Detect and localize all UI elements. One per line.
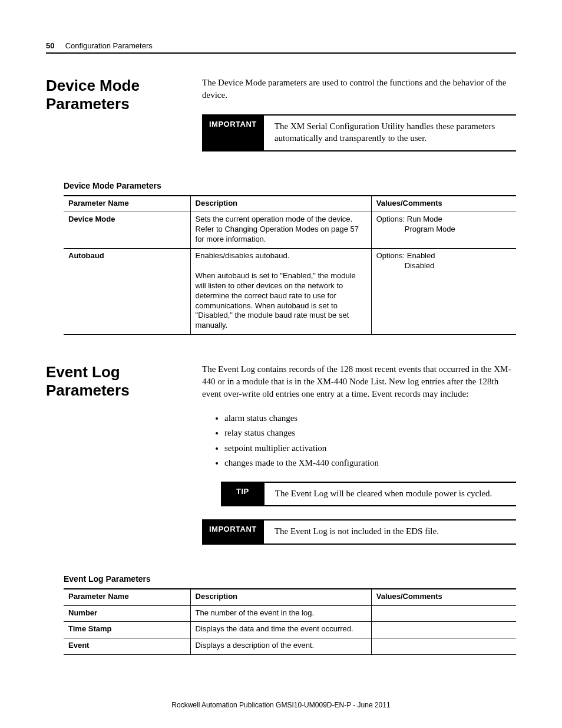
param-name: Time Stamp	[64, 622, 190, 638]
col-values: Values/Comments	[371, 589, 516, 605]
col-parameter-name: Parameter Name	[64, 196, 190, 212]
tip-label: TIP	[221, 483, 265, 505]
table-header-row: Parameter Name Description Values/Commen…	[64, 589, 516, 605]
bullet-list: alarm status changes relay status change…	[224, 412, 516, 469]
param-values: Options: Run Mode Program Mode	[371, 212, 516, 249]
list-item: setpoint multiplier activation	[224, 442, 516, 454]
table-row: Event Displays a description of the even…	[64, 638, 516, 655]
param-desc: Enables/disables autobaud. When autobaud…	[190, 249, 371, 335]
section-device-mode: Device Mode Parameters The Device Mode p…	[46, 77, 516, 164]
table-caption-2: Event Log Parameters	[64, 574, 516, 584]
param-name: Autobaud	[64, 249, 190, 335]
param-desc: Displays a description of the event.	[190, 638, 371, 655]
table-header-row: Parameter Name Description Values/Commen…	[64, 196, 516, 212]
param-desc: Sets the current operation mode of the d…	[190, 212, 371, 249]
list-item: relay status changes	[224, 427, 516, 439]
col-description: Description	[190, 589, 371, 605]
section-intro: The Event Log contains records of the 12…	[202, 363, 516, 400]
param-values	[371, 622, 516, 638]
page-footer: Rockwell Automation Publication GMSI10-U…	[0, 701, 562, 709]
section-title-event-log: Event Log Parameters	[46, 363, 202, 558]
param-desc: The number of the event in the log.	[190, 605, 371, 622]
table-row: Device Mode Sets the current operation m…	[64, 212, 516, 249]
important-callout-2: IMPORTANT The Event Log is not included …	[202, 519, 516, 544]
important-label: IMPORTANT	[202, 116, 264, 150]
param-name: Number	[64, 605, 190, 622]
section-intro: The Device Mode parameters are used to c…	[202, 77, 516, 101]
param-name: Event	[64, 638, 190, 655]
page-number: 50	[46, 41, 54, 50]
param-name: Device Mode	[64, 212, 190, 249]
list-item: alarm status changes	[224, 412, 516, 424]
col-description: Description	[190, 196, 371, 212]
important-callout: IMPORTANT The XM Serial Configuration Ut…	[202, 114, 516, 151]
device-mode-table: Parameter Name Description Values/Commen…	[64, 195, 516, 335]
list-item: changes made to the XM-440 configuration	[224, 457, 516, 469]
param-desc: Displays the data and time the event occ…	[190, 622, 371, 638]
important-text: The XM Serial Configuration Utility hand…	[264, 116, 516, 150]
param-values	[371, 605, 516, 622]
page-header: 50 Configuration Parameters	[46, 40, 516, 54]
table-row: Time Stamp Displays the data and time th…	[64, 622, 516, 638]
important-label: IMPORTANT	[202, 521, 264, 543]
event-log-table: Parameter Name Description Values/Commen…	[64, 588, 516, 655]
chapter-title: Configuration Parameters	[65, 41, 153, 50]
important-text: The Event Log is not included in the EDS…	[264, 521, 516, 543]
col-values: Values/Comments	[371, 196, 516, 212]
table-row: Autobaud Enables/disables autobaud. When…	[64, 249, 516, 335]
tip-callout: TIP The Event Log will be cleared when m…	[221, 482, 516, 506]
col-parameter-name: Parameter Name	[64, 589, 190, 605]
param-values: Options: Enabled Disabled	[371, 249, 516, 335]
table-caption-1: Device Mode Parameters	[64, 181, 516, 190]
section-title-device-mode: Device Mode Parameters	[46, 77, 202, 164]
section-event-log: Event Log Parameters The Event Log conta…	[46, 363, 516, 558]
table-row: Number The number of the event in the lo…	[64, 605, 516, 622]
tip-text: The Event Log will be cleared when modul…	[265, 483, 516, 505]
param-values	[371, 638, 516, 655]
